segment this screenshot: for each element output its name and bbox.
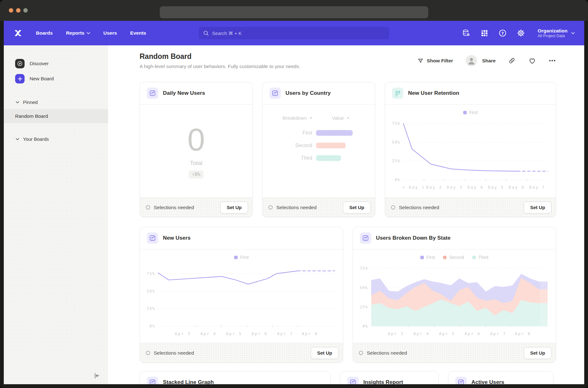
svg-text:Apr 5: Apr 5 xyxy=(439,332,455,336)
mixpanel-logo[interactable] xyxy=(13,28,23,38)
insights-chart-icon xyxy=(347,377,359,384)
legend-item[interactable]: First xyxy=(234,254,249,260)
collapse-sidebar-icon[interactable] xyxy=(92,372,101,380)
status-text: Selections needed xyxy=(399,205,439,210)
set-up-button[interactable]: Set Up xyxy=(524,347,551,359)
sidebar: Discover New Board Pinned Random Board xyxy=(4,45,108,384)
window-close-button[interactable] xyxy=(9,8,13,13)
nav-item-events[interactable]: Events xyxy=(130,30,146,36)
sidebar-item-label: New Board xyxy=(30,76,54,82)
page-subtitle: A high-level summary of user behaviors. … xyxy=(140,64,300,69)
svg-text:50%: 50% xyxy=(392,140,400,145)
share-button[interactable]: Share xyxy=(466,55,496,66)
sidebar-item-random-board[interactable]: Random Board xyxy=(4,109,108,123)
window-minimize-button[interactable] xyxy=(16,8,20,13)
dropdown-triangle-icon xyxy=(310,117,312,119)
chevron-down-icon xyxy=(16,138,19,140)
legend-item[interactable]: Third xyxy=(472,254,488,260)
legend-label: First xyxy=(240,255,249,260)
card-title: Insights Report xyxy=(363,379,403,384)
card-new-user-retention: New User Retention First 75%50%25%0%< Da… xyxy=(385,82,556,217)
org-switcher[interactable]: Organization All Project Data xyxy=(538,28,575,39)
apps-grid-icon[interactable] xyxy=(480,29,488,37)
legend-label: First xyxy=(469,110,478,115)
insights-chart-icon xyxy=(360,232,371,244)
svg-text:Day 5: Day 5 xyxy=(488,185,504,190)
new-users-chart: 75%50%25%0%Apr 3Apr 4Apr 5Apr 6Apr 7Apr … xyxy=(140,261,343,337)
search-input[interactable] xyxy=(212,31,385,36)
sidebar-section-pinned[interactable]: Pinned xyxy=(4,100,108,105)
card-title: Daily New Users xyxy=(163,90,205,96)
column-label: Value xyxy=(332,115,344,121)
help-icon[interactable]: ? xyxy=(499,29,507,37)
legend-swatch xyxy=(472,256,476,259)
card-users-by-state: Users Broken Down By State FirstSecondTh… xyxy=(353,227,556,363)
legend-item[interactable]: First xyxy=(420,254,435,260)
macos-window: Boards Reports Users Events xyxy=(0,0,588,388)
more-options-icon[interactable] xyxy=(549,57,556,65)
breakdown-row: Third xyxy=(262,152,375,164)
discover-icon xyxy=(15,59,25,68)
svg-text:Apr 3: Apr 3 xyxy=(388,332,404,336)
svg-text:Apr 4: Apr 4 xyxy=(200,332,216,336)
nav-label: Users xyxy=(103,30,117,36)
svg-text:?: ? xyxy=(501,31,504,36)
board-actions: Show Filter Share xyxy=(418,55,556,66)
svg-text:Day 7: Day 7 xyxy=(529,185,545,190)
sidebar-item-discover[interactable]: Discover xyxy=(4,56,108,71)
data-management-icon[interactable] xyxy=(462,29,470,37)
row-label: Third xyxy=(262,155,312,161)
traffic-lights xyxy=(9,8,28,13)
delta-badge: ↑0% xyxy=(189,170,204,179)
status-circle-icon xyxy=(359,351,363,355)
org-project: All Project Data xyxy=(538,34,565,39)
legend-label: Second xyxy=(449,255,464,260)
nav-item-reports[interactable]: Reports xyxy=(66,30,90,36)
sidebar-section-your-boards[interactable]: Your Boards xyxy=(4,136,108,142)
svg-text:75%: 75% xyxy=(360,266,368,271)
breakdown-table: Breakdown Value First Second xyxy=(262,105,375,164)
card-daily-new-users: Daily New Users 0 Total ↑0% Selections xyxy=(140,82,253,217)
browser-url-bar[interactable] xyxy=(160,6,428,18)
nav-label: Events xyxy=(130,30,146,36)
top-navbar: Boards Reports Users Events xyxy=(4,21,584,45)
column-label: Breakdown xyxy=(282,115,307,121)
row-label: Second xyxy=(262,143,312,148)
show-filter-button[interactable]: Show Filter xyxy=(418,58,453,64)
global-search[interactable] xyxy=(199,27,389,39)
favorite-heart-icon[interactable] xyxy=(528,57,536,65)
search-icon xyxy=(203,30,209,36)
insights-chart-icon xyxy=(455,377,467,384)
legend-item[interactable]: First xyxy=(463,110,478,115)
set-up-button[interactable]: Set Up xyxy=(220,202,248,214)
legend-label: Third xyxy=(478,255,488,260)
card-title: Stacked Line Graph xyxy=(163,379,214,384)
card-insights-report: Insights Report xyxy=(340,371,439,384)
card-users-by-country: Users by Country Breakdown Value Fir xyxy=(262,82,375,217)
value-bar xyxy=(316,155,341,161)
svg-text:Apr 7: Apr 7 xyxy=(490,332,506,336)
legend-swatch xyxy=(443,256,447,259)
set-up-button[interactable]: Set Up xyxy=(343,202,371,214)
insights-chart-icon xyxy=(147,88,158,99)
svg-text:Apr 4: Apr 4 xyxy=(413,332,429,336)
card-title: Active Users xyxy=(471,379,504,384)
copy-link-icon[interactable] xyxy=(508,57,516,65)
nav-item-boards[interactable]: Boards xyxy=(36,30,53,36)
breakdown-column-dropdown[interactable]: Breakdown xyxy=(282,115,312,121)
nav-item-users[interactable]: Users xyxy=(103,30,117,36)
sidebar-item-new-board[interactable]: New Board xyxy=(4,71,108,86)
set-up-button[interactable]: Set Up xyxy=(524,202,551,214)
svg-text:Apr 5: Apr 5 xyxy=(226,332,242,336)
card-stacked-line-graph: Stacked Line Graph xyxy=(140,371,331,384)
set-up-button[interactable]: Set Up xyxy=(311,347,338,359)
legend-item[interactable]: Second xyxy=(443,254,464,260)
nav-label: Boards xyxy=(36,30,53,36)
user-avatar[interactable] xyxy=(466,55,477,66)
card-active-users: Active Users xyxy=(448,371,553,384)
value-column-dropdown[interactable]: Value xyxy=(332,115,349,121)
window-zoom-button[interactable] xyxy=(23,8,28,13)
new-board-plus-icon xyxy=(15,74,25,83)
settings-gear-icon[interactable] xyxy=(517,29,525,37)
insights-chart-icon xyxy=(269,88,281,99)
